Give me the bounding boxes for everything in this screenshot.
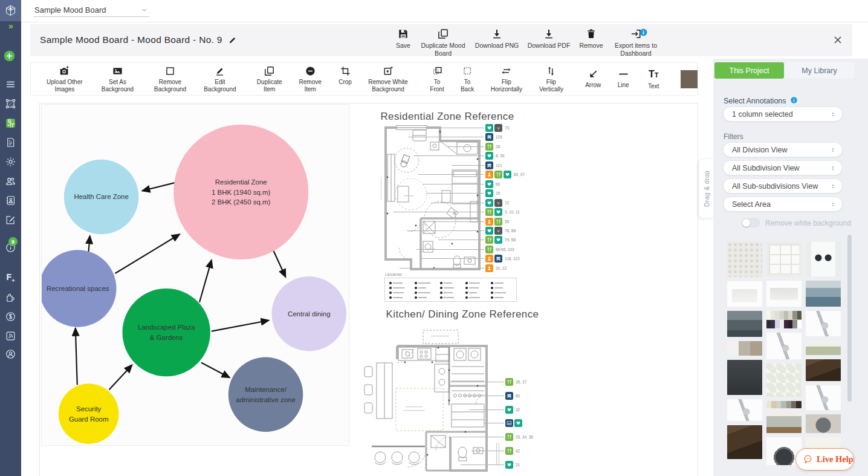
sidebar-item-broadcast[interactable]	[0, 328, 21, 344]
annotation-row[interactable]: 79, 58	[485, 236, 516, 244]
residential-zone-title[interactable]: Residential Zone Reference	[363, 111, 532, 123]
sidebar-item-info[interactable]: 9	[0, 240, 21, 255]
sidebar-item-add[interactable]	[0, 50, 21, 65]
annotation-badge-utensils[interactable]	[505, 433, 513, 441]
annotation-badge-heart[interactable]	[485, 152, 493, 160]
live-help-button[interactable]: Live Help	[795, 448, 854, 471]
kitchen-zone-title[interactable]: Kitchen/ Dining Zone Reference	[372, 308, 553, 321]
filter-all-sub-subdivisions-view[interactable]: All Sub-subdivisions View	[723, 178, 843, 194]
annotation-row[interactable]: 21	[505, 461, 520, 469]
thumbnail-blue-apron-sink[interactable]	[806, 281, 841, 307]
to-back-button[interactable]: To Back	[457, 65, 478, 93]
remove-item-button[interactable]: Remove Item	[295, 65, 325, 93]
filter-all-division-view[interactable]: All Division View	[723, 142, 843, 157]
thumbnail-walnut-cabinet[interactable]	[727, 425, 762, 459]
annotation-row[interactable]: 9, 10, 11	[485, 208, 520, 216]
annotation-badge-person[interactable]	[485, 171, 493, 178]
annotation-badge-heart[interactable]	[514, 419, 522, 427]
remove-white-background-button[interactable]: Remove White Background	[365, 65, 411, 93]
tab-this-project[interactable]: This Project	[714, 62, 784, 79]
sidebar-item-compose[interactable]	[0, 212, 21, 227]
thumbnail-deck-faucet[interactable]	[766, 333, 802, 359]
thumbnail-lav-faucet[interactable]	[806, 385, 841, 410]
annotation-badge-utensils[interactable]	[505, 447, 513, 455]
annotation-badge-heart[interactable]	[494, 208, 502, 216]
annotation-badge-heart[interactable]	[494, 236, 502, 244]
sidebar-item-settings[interactable]	[0, 154, 21, 169]
annotation-badge-furniture[interactable]	[505, 392, 513, 400]
annotation-badge-heart[interactable]	[485, 199, 493, 207]
annotation-row[interactable]: 42	[505, 447, 520, 455]
close-icon[interactable]	[832, 34, 844, 46]
annotation-badge-utensils[interactable]	[494, 218, 502, 226]
annotation-row[interactable]: 33, 34, 38	[505, 433, 533, 441]
annotation-badge-vs[interactable]: V	[494, 199, 502, 207]
annotation-row[interactable]: V72	[485, 199, 509, 207]
annotation-badge-utensils[interactable]	[485, 236, 493, 244]
annotation-badge-person[interactable]	[485, 218, 493, 226]
annotation-badge-utensils[interactable]	[485, 208, 493, 216]
line-button[interactable]: Line	[613, 68, 633, 89]
info-icon[interactable]	[639, 28, 648, 37]
toggle-track[interactable]	[742, 218, 760, 227]
duplicate-mood-board-button[interactable]: Duplicate Mood Board	[417, 28, 469, 57]
annotation-row[interactable]: 55	[485, 218, 509, 226]
annotation-badge-heart[interactable]	[485, 189, 493, 197]
thumbnail-tile-swatches[interactable]	[727, 341, 762, 356]
kitchen-floorplan[interactable]	[360, 328, 505, 476]
thumbnail-cabinet-door[interactable]	[766, 242, 802, 276]
annotation-row[interactable]: 80	[505, 392, 520, 400]
annotation-badge-heart[interactable]	[504, 171, 511, 178]
download-png-button[interactable]: Download PNG	[473, 28, 521, 50]
sidebar-item-pricing[interactable]	[0, 308, 21, 324]
annotation-badge-heart[interactable]	[485, 180, 493, 188]
color-swatch[interactable]	[681, 70, 698, 88]
flip-vertically-button[interactable]: Flip Vertically	[536, 65, 568, 93]
annotation-row[interactable]: 125	[485, 133, 502, 141]
thumbnail-bridge-faucet[interactable]	[806, 311, 841, 336]
thumbnail-door-knobs[interactable]	[806, 242, 841, 276]
save-button[interactable]: Save	[393, 28, 413, 50]
tab-my-library[interactable]: My Library	[785, 62, 854, 79]
sidebar-item-floorplan[interactable]	[0, 115, 21, 131]
annotation-row[interactable]: V73	[485, 124, 509, 132]
annotation-row[interactable]: 15	[485, 189, 500, 197]
annotation-badge-furniture[interactable]	[485, 161, 493, 169]
bubble-diagram[interactable]: Health Care ZoneResidential Zone1 BHK (1…	[42, 105, 349, 445]
crop-button[interactable]: Crop	[335, 65, 355, 86]
annotation-row[interactable]: 80, 97	[485, 171, 525, 178]
remove-background-button[interactable]: Remove Background	[147, 65, 192, 93]
annotation-badge-utensils[interactable]	[494, 171, 502, 178]
bubble-node[interactable]	[59, 383, 119, 444]
annotation-row[interactable]: 28	[485, 143, 500, 151]
annotation-badge-utensils[interactable]	[485, 143, 493, 151]
arrow-button[interactable]: Arrow	[583, 68, 603, 89]
thumbnail-wood-wall-cabinet[interactable]	[806, 359, 841, 381]
text-button[interactable]: TTText	[643, 68, 664, 90]
annotation-row[interactable]	[505, 419, 525, 427]
sidebar-item-contacts[interactable]	[0, 192, 21, 208]
duplicate-item-button[interactable]: Duplicate Item	[253, 65, 285, 93]
sidebar-item-users[interactable]	[0, 173, 21, 189]
thumbnail-farmhouse-sink[interactable]	[727, 281, 762, 307]
thumbnail-grey-armchair[interactable]	[806, 414, 841, 433]
residential-floorplan[interactable]	[380, 123, 484, 274]
thumbnail-apron-sink-photo[interactable]	[727, 311, 762, 337]
annotation-row[interactable]: 121	[485, 161, 502, 169]
bubble-diagram-image[interactable]: Health Care ZoneResidential Zone1 BHK (1…	[41, 104, 349, 446]
set-as-background-button[interactable]: Set As Background	[97, 65, 138, 93]
annotations-select[interactable]: 1 column selected	[723, 106, 843, 122]
drag-drop-handle[interactable]: Drag & drop	[699, 158, 714, 218]
project-selector[interactable]: Sample Mood Board	[33, 4, 149, 17]
annotation-row[interactable]: 20, 22	[485, 264, 507, 272]
filter-select-area[interactable]: Select Area	[723, 197, 843, 212]
edit-background-button[interactable]: Edit Background	[202, 65, 238, 93]
annotation-badge-person[interactable]	[485, 255, 493, 262]
thumbnail-concrete-table[interactable]	[766, 412, 802, 433]
thumbnail-widespread-faucet[interactable]	[727, 399, 762, 421]
export-items-to-dashboard-button[interactable]: Export items to Dashboard	[609, 28, 662, 57]
filter-all-subdivision-view[interactable]: All Subdivision View	[723, 160, 843, 175]
thumbnail-finish-palette[interactable]	[766, 311, 802, 328]
annotation-badge-person[interactable]	[485, 264, 493, 272]
annotation-row[interactable]: 35, 37	[505, 378, 526, 386]
